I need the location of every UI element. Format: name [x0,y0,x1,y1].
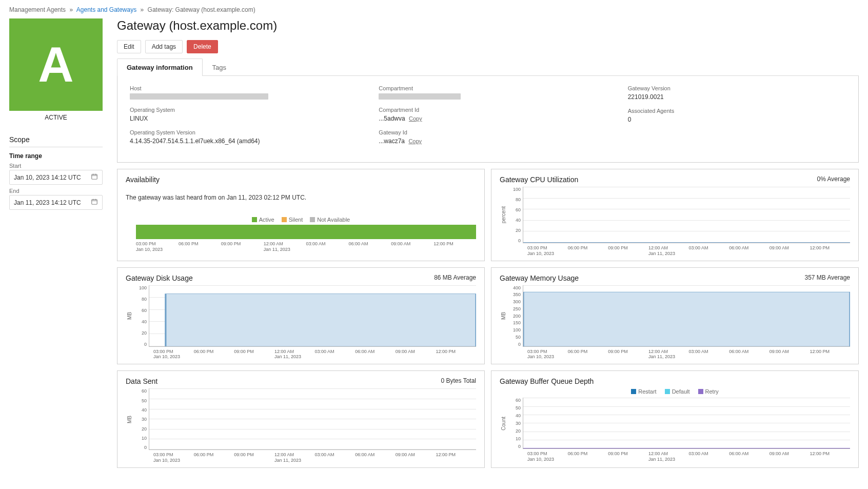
breadcrumb: Management Agents » Agents and Gateways … [9,6,859,13]
mem-title: Gateway Memory Usage [500,274,850,282]
disk-title: Gateway Disk Usage [126,274,476,282]
availability-text: The gateway was last heard from on Jan 1… [126,194,476,201]
cpu-xaxis: 03:00 PMJan 10, 202306:00 PM09:00 PM12:0… [527,245,850,257]
queue-line [523,448,850,448]
panel-disk: Gateway Disk Usage 86 MB Average MB 1008… [117,267,485,365]
cpu-summary: 0% Average [817,175,851,183]
tabs: Gateway information Tags [117,58,859,76]
panel-memory: Gateway Memory Usage 357 MB Average MB 4… [491,267,859,365]
disk-xaxis: 03:00 PMJan 10, 202306:00 PM09:00 PM12:0… [153,349,476,360]
compid-label: Compartment Id [379,107,597,113]
queue-yticks: 6050403020100 [507,398,523,449]
square-icon [282,217,287,222]
status-tile: A [9,18,103,111]
copy-gwid-link[interactable]: Copy [408,138,422,144]
cpu-plot [523,187,850,243]
os-label: Operating System [130,107,348,113]
gwid-label: Gateway Id [379,129,597,135]
sent-xaxis: 03:00 PMJan 10, 202306:00 PM09:00 PM12:0… [153,452,476,463]
queue-plot [523,398,850,449]
gwid-value: ...wacz7a Copy [379,138,597,145]
calendar-icon [91,173,98,182]
panel-cpu: Gateway CPU Utilization 0% Average perce… [491,169,859,261]
host-label: Host [130,85,348,91]
status-letter: A [38,36,73,93]
legend-restart: Restart [631,388,656,395]
sent-title: Data Sent [126,377,476,385]
assoc-label: Associated Agents [628,108,846,114]
compid-value: ...5adwva Copy [379,115,597,122]
sent-yticks: 6050403020100 [133,388,149,450]
panel-availability: Availability The gateway was last heard … [117,169,485,261]
osver-label: Operating System Version [130,129,348,135]
sent-ylabel: MB [126,416,133,423]
availability-bar [136,225,476,239]
queue-ylabel: Count [500,417,507,431]
cpu-title: Gateway CPU Utilization [500,175,850,184]
status-label: ACTIVE [9,114,103,121]
cpu-yticks: 100806040200 [507,187,523,243]
availability-xaxis: 03:00 PMJan 10, 202306:00 PM09:00 PM12:0… [136,241,476,252]
legend-retry: Retry [698,388,719,395]
disk-plot [149,285,476,347]
legend-not-available: Not Available [310,217,350,223]
compartment-value-placeholder [379,93,461,100]
compartment-label: Compartment [379,85,597,91]
legend-silent: Silent [282,217,303,223]
panel-queue: Gateway Buffer Queue Depth Restart Defau… [491,370,859,468]
availability-title: Availability [126,175,476,184]
info-panel: Host Operating System LINUX Operating Sy… [117,76,859,163]
assoc-value: 0 [628,116,846,123]
cpu-ylabel: percent [500,206,507,223]
square-icon [310,217,315,222]
breadcrumb-current: Gateway: Gateway (host.example.com) [148,6,255,13]
gwver-label: Gateway Version [628,85,846,91]
time-range-label: Time range [9,152,103,160]
mem-plot [523,285,850,347]
end-date-value: Jan 11, 2023 14:12 UTC [14,199,81,206]
cpu-line [523,242,850,243]
start-date-input[interactable]: Jan 10, 2023 14:12 UTC [9,170,103,185]
queue-xaxis: 03:00 PMJan 10, 202306:00 PM09:00 PM12:0… [527,451,850,462]
tab-tags[interactable]: Tags [203,58,236,76]
queue-legend: Restart Default Retry [500,388,850,395]
svg-rect-0 [92,174,97,179]
mem-summary: 357 MB Average [804,274,850,281]
square-icon [698,389,703,394]
availability-legend: Active Silent Not Available [126,217,476,223]
host-value-placeholder [130,93,268,100]
breadcrumb-link[interactable]: Agents and Gateways [76,6,136,13]
sent-plot [149,388,476,450]
start-date-value: Jan 10, 2023 14:12 UTC [14,174,81,181]
scope-heading: Scope [9,135,103,144]
sent-summary: 0 Bytes Total [441,377,476,384]
square-icon [631,389,636,394]
svg-rect-1 [92,200,97,204]
copy-compid-link[interactable]: Copy [409,115,422,122]
mem-xaxis: 03:00 PMJan 10, 202306:00 PM09:00 PM12:0… [527,349,850,360]
disk-yticks: 100806040200 [133,285,149,347]
square-icon [665,389,670,394]
tab-gateway-information[interactable]: Gateway information [117,58,203,76]
page-title: Gateway (host.example.com) [117,18,859,33]
delete-button[interactable]: Delete [187,40,218,53]
panel-data-sent: Data Sent 0 Bytes Total MB 6050403020100… [117,370,485,468]
legend-active: Active [252,217,274,223]
square-icon [252,217,257,222]
start-label: Start [9,163,103,169]
legend-default: Default [665,388,690,395]
mem-yticks: 400350300250200150100500 [507,285,523,347]
queue-title: Gateway Buffer Queue Depth [500,377,850,385]
add-tags-button[interactable]: Add tags [145,40,183,53]
mem-ylabel: MB [500,312,507,320]
disk-ylabel: MB [126,312,133,320]
mem-area [523,285,850,346]
end-date-input[interactable]: Jan 11, 2023 14:12 UTC [9,195,103,210]
end-label: End [9,188,103,194]
edit-button[interactable]: Edit [117,40,141,53]
gwver-value: 221019.0021 [628,93,846,101]
breadcrumb-root: Management Agents [9,6,66,13]
os-value: LINUX [130,115,348,122]
osver-value: 4.14.35-2047.514.5.1.1.el7uek.x86_64 (am… [130,138,348,145]
disk-summary: 86 MB Average [434,274,476,281]
